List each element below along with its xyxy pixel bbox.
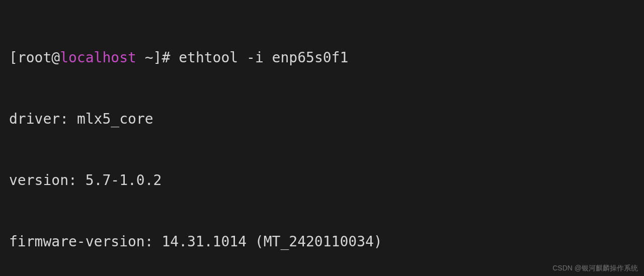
prompt-at: @ — [51, 49, 60, 66]
output-version: version: 5.7-1.0.2 — [9, 170, 635, 191]
value-version: 5.7-1.0.2 — [86, 172, 162, 189]
label-driver: driver: — [9, 111, 68, 127]
prompt-user: root — [18, 49, 51, 66]
bracket-close: ] — [153, 49, 162, 66]
output-firmware: firmware-version: 14.31.1014 (MT_2420110… — [9, 232, 635, 252]
bracket-open: [ — [9, 49, 18, 66]
label-firmware: firmware-version: — [9, 233, 153, 250]
prompt-host: localhost — [60, 49, 136, 66]
value-firmware: 14.31.1014 (MT_2420110034) — [162, 233, 382, 250]
command-1: ethtool -i enp65s0f1 — [179, 49, 348, 66]
terminal-window[interactable]: [root@localhost ~]# ethtool -i enp65s0f1… — [0, 0, 644, 276]
value-driver: mlx5_core — [77, 111, 153, 127]
prompt-line-1: [root@localhost ~]# ethtool -i enp65s0f1 — [9, 48, 635, 68]
output-driver: driver: mlx5_core — [9, 109, 635, 130]
prompt-symbol: # — [162, 49, 170, 66]
watermark-text: CSDN @银河麒麟操作系统 — [552, 263, 638, 273]
prompt-path: ~ — [145, 49, 153, 66]
label-version: version: — [9, 172, 77, 189]
